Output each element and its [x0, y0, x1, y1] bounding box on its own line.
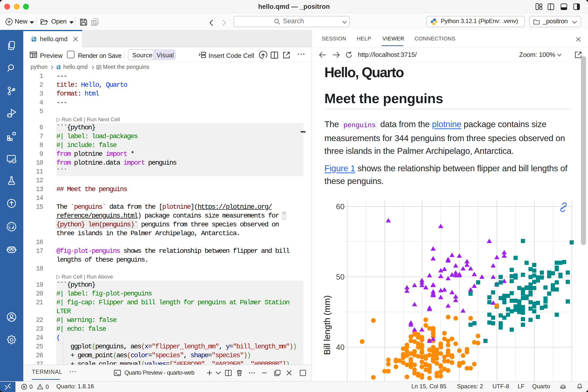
- svg-text:60: 60: [336, 202, 344, 211]
- svg-text:Bill length (mm): Bill length (mm): [322, 295, 332, 355]
- svg-text:50: 50: [336, 273, 344, 281]
- svg-text:40: 40: [336, 343, 344, 352]
